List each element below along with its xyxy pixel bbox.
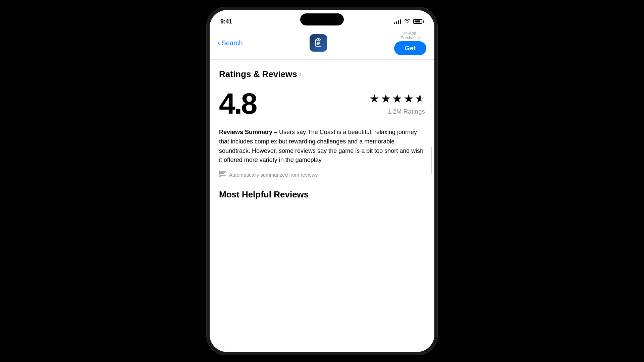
status-icons bbox=[394, 18, 424, 25]
wifi-icon bbox=[404, 18, 411, 25]
auto-summary-icon bbox=[219, 171, 226, 179]
svg-rect-7 bbox=[219, 171, 226, 175]
app-icon bbox=[310, 34, 327, 52]
star-5-half: ★ ★ bbox=[415, 92, 425, 105]
status-time: 9:41 bbox=[220, 18, 232, 25]
phone-frame: 9:41 bbox=[206, 7, 438, 355]
get-button[interactable]: Get bbox=[394, 41, 426, 55]
star-3: ★ bbox=[392, 92, 402, 105]
star-1: ★ bbox=[369, 92, 379, 105]
reviews-summary-text: Reviews Summary – Users say The Coast is… bbox=[219, 128, 425, 165]
nav-bar: ‹ Search bbox=[210, 28, 434, 60]
battery-icon bbox=[413, 19, 424, 24]
back-label: Search bbox=[221, 39, 243, 47]
rating-number: 4.8 bbox=[219, 89, 256, 118]
auto-summary-row: Automatically summarized from reviews bbox=[219, 171, 425, 179]
star-2: ★ bbox=[381, 92, 391, 105]
back-button[interactable]: ‹ Search bbox=[218, 39, 243, 47]
signal-bar-2 bbox=[396, 21, 397, 24]
reviews-summary-label: Reviews Summary bbox=[219, 129, 272, 135]
ratings-reviews-header[interactable]: Ratings & Reviews › bbox=[219, 69, 425, 79]
signal-bar-1 bbox=[394, 22, 395, 24]
star-4: ★ bbox=[404, 92, 414, 105]
svg-point-3 bbox=[318, 39, 319, 40]
nav-right-section: In-App Purchases Get bbox=[394, 31, 426, 55]
dynamic-island bbox=[300, 13, 344, 25]
rating-right: ★ ★ ★ ★ ★ ★ 1.2M Ratings bbox=[369, 92, 425, 115]
auto-summary-text: Automatically summarized from reviews bbox=[229, 172, 318, 178]
signal-icon bbox=[394, 19, 401, 24]
signal-bar-4 bbox=[400, 19, 401, 24]
content-area: Ratings & Reviews › 4.8 ★ ★ ★ ★ ★ ★ bbox=[210, 60, 434, 352]
stars-display: ★ ★ ★ ★ ★ ★ bbox=[369, 92, 425, 105]
phone-screen: 9:41 bbox=[210, 10, 434, 352]
ratings-chevron-icon: › bbox=[299, 70, 302, 78]
ratings-title: Ratings & Reviews bbox=[219, 69, 297, 79]
most-helpful-title: Most Helpful Reviews bbox=[219, 189, 425, 200]
status-bar: 9:41 bbox=[210, 10, 434, 28]
ratings-count: 1.2M Ratings bbox=[387, 108, 425, 115]
signal-bar-3 bbox=[398, 20, 399, 24]
in-app-label: In-App Purchases bbox=[400, 31, 420, 41]
scroll-indicator bbox=[431, 147, 432, 174]
rating-score-row: 4.8 ★ ★ ★ ★ ★ ★ 1.2M Ratings bbox=[219, 89, 425, 118]
back-chevron-icon: ‹ bbox=[218, 39, 220, 47]
app-icon-graphic bbox=[312, 37, 324, 49]
